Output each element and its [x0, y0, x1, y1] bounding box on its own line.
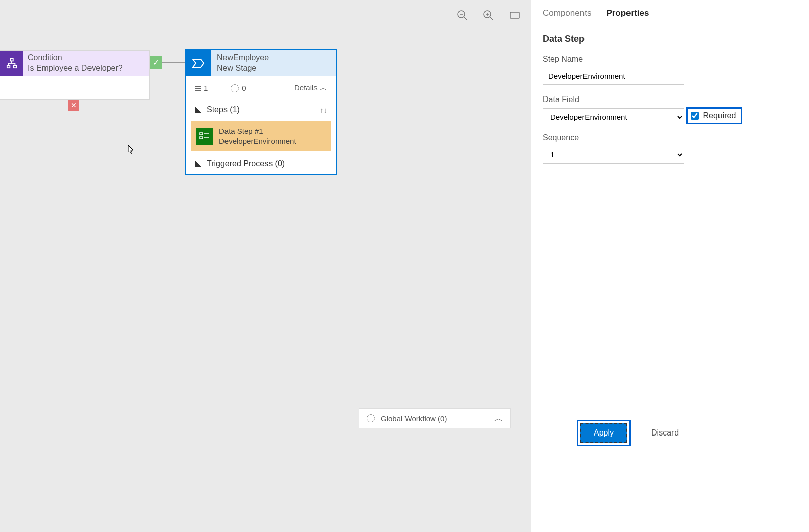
sequence-select[interactable]: 1: [543, 146, 684, 164]
chevron-up-icon[interactable]: ︿: [494, 412, 503, 424]
global-workflow-bar[interactable]: Global Workflow (0) ︿: [359, 408, 511, 428]
svg-rect-8: [10, 59, 13, 61]
condition-body: [0, 76, 149, 99]
zoom-out-icon[interactable]: [456, 9, 468, 21]
svg-rect-14: [13, 66, 16, 68]
condition-text: Condition Is Employee a Developer?: [23, 51, 128, 76]
steps-header-label: Steps (1): [207, 105, 240, 114]
details-label: Details: [294, 83, 318, 92]
fit-screen-icon[interactable]: [509, 9, 521, 21]
tab-components[interactable]: Components: [543, 5, 591, 21]
svg-rect-13: [7, 66, 10, 68]
apply-button-highlight: Apply: [577, 420, 631, 446]
apply-button[interactable]: Apply: [580, 423, 627, 443]
svg-rect-15: [200, 133, 203, 135]
condition-header: Condition Is Employee a Developer?: [0, 51, 149, 76]
stage-title: NewEmployee: [217, 53, 269, 63]
global-workflow-label: Global Workflow (0): [381, 414, 447, 423]
expand-triangle-icon: [195, 106, 202, 113]
stage-stats-bar: 1 0 Details ︿: [186, 76, 336, 100]
step-name-input[interactable]: [543, 67, 684, 85]
data-step-row[interactable]: Data Step #1 DeveloperEnvironment: [191, 121, 331, 151]
condition-type-label: Condition: [28, 53, 123, 63]
data-step-name: DeveloperEnvironment: [219, 136, 296, 147]
condition-name: Is Employee a Developer?: [28, 63, 123, 74]
workflow-icon: [367, 414, 375, 422]
expand-triangle-icon: [195, 160, 202, 167]
data-field-label: Data Field: [543, 95, 798, 104]
details-toggle[interactable]: Details ︿: [294, 83, 327, 93]
properties-panel: Components Properties Data Step Step Nam…: [531, 0, 809, 532]
sequence-label: Sequence: [543, 133, 798, 142]
triggered-label: Triggered Process (0): [207, 159, 285, 168]
required-checkbox[interactable]: [691, 112, 699, 120]
stage-triggers-count: 0: [231, 84, 246, 92]
required-checkbox-wrap[interactable]: Required: [686, 107, 742, 124]
panel-tabs: Components Properties: [543, 5, 798, 21]
step-name-label: Step Name: [543, 55, 798, 64]
list-icon: [195, 86, 201, 91]
condition-card[interactable]: Condition Is Employee a Developer?: [0, 50, 150, 100]
panel-section-title: Data Step: [543, 34, 798, 44]
condition-true-icon[interactable]: ✓: [150, 56, 162, 69]
cursor-pointer-icon: [128, 144, 135, 155]
svg-line-1: [464, 17, 467, 20]
stage-steps-count: 1: [195, 84, 208, 92]
data-field-select[interactable]: DeveloperEnvironment: [543, 108, 684, 126]
stage-header: NewEmployee New Stage: [186, 50, 336, 76]
svg-rect-17: [200, 137, 203, 139]
stage-chevron-icon: [186, 50, 211, 76]
data-step-form-icon: [196, 128, 213, 145]
triggered-process-header[interactable]: Triggered Process (0): [186, 153, 336, 174]
canvas-toolbar: [456, 9, 521, 21]
data-step-text: Data Step #1 DeveloperEnvironment: [219, 126, 296, 146]
stage-subtitle: New Stage: [217, 63, 269, 74]
triggers-count-value: 0: [242, 84, 246, 92]
condition-false-icon[interactable]: ✕: [68, 100, 79, 111]
data-step-title: Data Step #1: [219, 126, 296, 136]
discard-button[interactable]: Discard: [639, 422, 691, 444]
trigger-icon: [231, 84, 239, 92]
required-label: Required: [703, 111, 736, 120]
chevron-up-icon: ︿: [320, 83, 327, 92]
steps-count-value: 1: [204, 84, 208, 92]
stage-text: NewEmployee New Stage: [211, 50, 275, 76]
panel-buttons: Apply Discard: [577, 420, 691, 446]
steps-section-header[interactable]: Steps (1) ↑↓: [186, 100, 336, 119]
svg-rect-7: [510, 12, 519, 18]
tab-properties[interactable]: Properties: [606, 5, 649, 21]
svg-line-4: [490, 17, 493, 20]
condition-branch-icon: [0, 51, 23, 76]
reorder-arrows-icon[interactable]: ↑↓: [320, 106, 327, 114]
stage-card[interactable]: NewEmployee New Stage 1 0 Details ︿ Step…: [185, 49, 337, 175]
zoom-in-icon[interactable]: [482, 9, 495, 21]
